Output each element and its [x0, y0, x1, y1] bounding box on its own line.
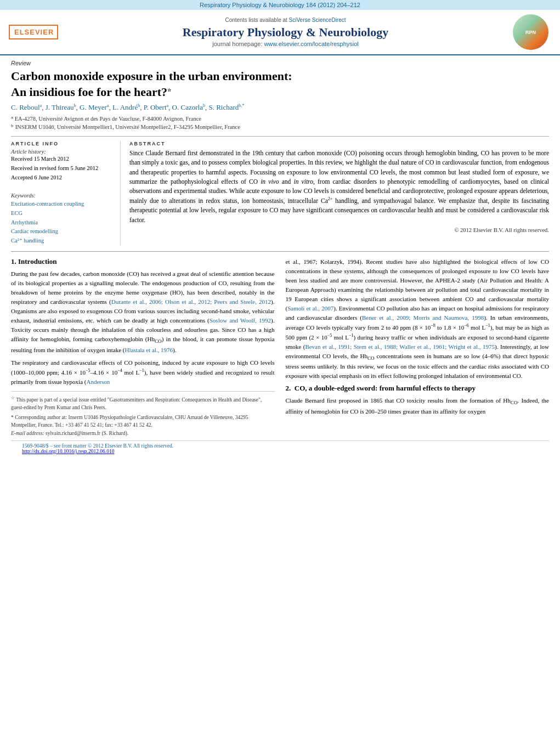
- title-star: ☆: [167, 87, 171, 92]
- journal-logo-right: RPN: [513, 14, 551, 50]
- abstract-title: ABSTRACT: [129, 141, 549, 146]
- section1-right-para1: et al., 1967; Kolarzyk, 1994). Recent st…: [286, 257, 550, 381]
- accepted-date: Accepted 6 June 2012: [11, 174, 114, 180]
- body-content: 1. Introduction During the past few deca…: [11, 257, 549, 437]
- abstract-text: Since Claude Bernard first demonstrated …: [129, 149, 549, 225]
- footer-doi: http://dx.doi.org/10.1016/j.resp.2012.06…: [22, 449, 538, 454]
- body-divider: [11, 251, 549, 252]
- abstract-section: ABSTRACT Since Claude Bernard first demo…: [129, 141, 549, 246]
- section1-heading: 1. Introduction: [11, 257, 275, 266]
- sciverse-link: Contents lists available at SciVerse Sci…: [67, 17, 504, 23]
- section1-para2: The respiratory and cardiovascular effec…: [11, 358, 275, 387]
- keywords-label: Keywords:: [11, 193, 114, 199]
- keyword-2: ECG: [11, 209, 114, 218]
- authors: C. Reboula, J. Thireaub, G. Meyera, L. A…: [11, 103, 549, 112]
- journal-center: Contents lists available at SciVerse Sci…: [67, 17, 504, 47]
- elsevier-logo: ELSEVIER: [9, 25, 58, 39]
- history-label: Article history:: [11, 149, 114, 155]
- content-area: Review Carbon monoxide exposure in the u…: [0, 55, 560, 461]
- article-title: Carbon monoxide exposure in the urban en…: [11, 69, 549, 100]
- top-bar: Respiratory Physiology & Neurobiology 18…: [0, 0, 560, 10]
- article-type: Review: [11, 60, 549, 66]
- divider-1: [11, 136, 549, 137]
- affiliation-a: ᵃ EA-4278, Université Avignon et des Pay…: [11, 115, 549, 123]
- keyword-1: Excitation-contraction coupling: [11, 200, 114, 209]
- section2-heading: 2. CO, a double-edged sword: from harmfu…: [286, 384, 550, 393]
- copyright: © 2012 Elsevier B.V. All rights reserved…: [129, 227, 549, 233]
- keyword-4: Cardiac remodelling: [11, 227, 114, 236]
- doi-link[interactable]: http://dx.doi.org/10.1016/j.resp.2012.06…: [22, 449, 114, 454]
- affiliations: ᵃ EA-4278, Université Avignon et des Pay…: [11, 115, 549, 132]
- revised-date: Received in revised form 5 June 2012: [11, 165, 114, 171]
- footer-issn: 1569-9048/$ – see front matter © 2012 El…: [22, 443, 538, 449]
- footnote-corresponding: * Corresponding author at: Inserm U1046 …: [11, 414, 275, 429]
- footer-bar: 1569-9048/$ – see front matter © 2012 El…: [11, 440, 549, 456]
- keyword-5: Ca²⁺ handling: [11, 236, 114, 246]
- elsevier-label: ELSEVIER: [9, 25, 58, 39]
- journal-homepage-link[interactable]: www.elsevier.com/locate/resphysiol: [264, 41, 358, 47]
- article-info-title: ARTICLE INFO: [11, 141, 114, 146]
- body-right-col: et al., 1967; Kolarzyk, 1994). Recent st…: [286, 257, 550, 437]
- email-value: sylvain.richard@inserm.fr (S. Richard).: [46, 431, 128, 436]
- article-info: ARTICLE INFO Article history: Received 1…: [11, 141, 121, 246]
- journal-title: Respiratory Physiology & Neurobiology: [67, 25, 504, 39]
- keyword-3: Arrhythmia: [11, 218, 114, 228]
- sciverse-anchor[interactable]: SciVerse ScienceDirect: [289, 17, 346, 23]
- footnote-email: E-mail address: sylvain.richard@inserm.f…: [11, 429, 275, 437]
- keywords-list: Excitation-contraction coupling ECG Arrh…: [11, 200, 114, 246]
- section2-para1: Claude Bernard first proposed in 1865 th…: [286, 396, 550, 416]
- section1-para1: During the past few decades, carbon mono…: [11, 269, 275, 355]
- journal-logo-circle: RPN: [513, 14, 548, 50]
- email-label: E-mail address:: [11, 431, 44, 436]
- journal-header: ELSEVIER Contents lists available at Sci…: [0, 10, 560, 55]
- footnote-area: ☆ This paper is part of a special issue …: [11, 391, 275, 437]
- journal-homepage: journal homepage: www.elsevier.com/locat…: [67, 41, 504, 47]
- received-date: Received 15 March 2012: [11, 156, 114, 162]
- footnote-star: ☆ This paper is part of a special issue …: [11, 395, 275, 412]
- affiliation-b: ᵇ INSERM U1046, Université Montpellier1,…: [11, 123, 549, 132]
- info-abstract-area: ARTICLE INFO Article history: Received 1…: [11, 141, 549, 246]
- body-left-col: 1. Introduction During the past few deca…: [11, 257, 275, 437]
